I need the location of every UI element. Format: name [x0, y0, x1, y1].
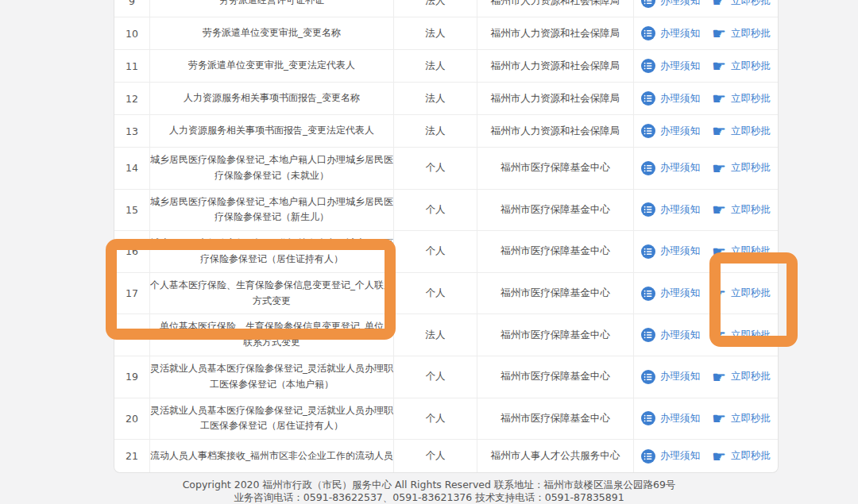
notice-button[interactable]: 办理须知 [641, 244, 700, 259]
table-row: 9 劳务派遣经营许可证补证 法人 福州市人力资源和社会保障局 办理须知 ☛ 立即… [114, 0, 778, 17]
department-name: 福州市人力资源和社会保障局 [477, 17, 634, 49]
services-table: 9 劳务派遣经营许可证补证 法人 福州市人力资源和社会保障局 办理须知 ☛ 立即… [114, 0, 779, 473]
actions-cell: 办理须知 ☛ 立即秒批 [634, 148, 778, 189]
row-number: 14 [114, 148, 150, 189]
department-name: 福州市医疗保障基金中心 [477, 231, 634, 272]
applicant-type: 个人 [394, 398, 477, 440]
row-number: 10 [114, 17, 150, 49]
notice-button-label: 办理须知 [660, 329, 700, 342]
row-number: 15 [114, 190, 150, 231]
notice-button[interactable]: 办理须知 [641, 124, 700, 138]
pointing-hand-icon: ☛ [712, 28, 726, 39]
notice-button[interactable]: 办理须知 [641, 59, 700, 73]
approve-button[interactable]: ☛ 立即秒批 [712, 161, 771, 175]
notice-button-label: 办理须知 [660, 449, 700, 463]
service-name: 劳务派遣单位变更审批_变更名称 [150, 17, 394, 49]
approve-button[interactable]: ☛ 立即秒批 [712, 125, 771, 138]
row-number: 19 [114, 356, 150, 398]
applicant-type: 法人 [394, 314, 477, 356]
department-name: 福州市人力资源和社会保障局 [477, 83, 634, 114]
department-name: 福州市人力资源和社会保障局 [477, 115, 634, 147]
actions-cell: 办理须知 ☛ 立即秒批 [634, 17, 778, 49]
notice-button[interactable]: 办理须知 [641, 91, 700, 106]
annotation-highlight-approve-button [709, 252, 798, 347]
service-name: 人力资源服务相关事项书面报告_变更名称 [150, 83, 394, 114]
table-row: 19 灵活就业人员基本医疗保险参保登记_灵活就业人员办理职工医保参保登记（本地户… [114, 356, 778, 398]
notice-button-label: 办理须知 [660, 287, 700, 300]
applicant-type: 法人 [394, 83, 477, 114]
row-number: 13 [114, 115, 150, 147]
applicant-type: 法人 [394, 115, 477, 147]
footer-copyright: Copyright 2020 福州市行政（市民）服务中心 All Rights … [0, 479, 858, 491]
notice-button[interactable]: 办理须知 [641, 287, 700, 301]
approve-button[interactable]: ☛ 立即秒批 [712, 370, 771, 383]
approve-button-label: 立即秒批 [731, 27, 771, 40]
actions-cell: 办理须知 ☛ 立即秒批 [634, 0, 778, 17]
services-table-body: 9 劳务派遣经营许可证补证 法人 福州市人力资源和社会保障局 办理须知 ☛ 立即… [114, 0, 778, 472]
actions-cell: 办理须知 ☛ 立即秒批 [634, 83, 778, 114]
checklist-circle-icon [641, 328, 655, 342]
approve-button[interactable]: ☛ 立即秒批 [712, 449, 771, 463]
footer: Copyright 2020 福州市行政（市民）服务中心 All Rights … [0, 479, 858, 504]
annotation-highlight-row-17 [106, 239, 396, 340]
notice-button-label: 办理须知 [660, 412, 700, 425]
row-number: 12 [114, 83, 150, 114]
service-name: 流动人员人事档案接收_福州市区非公企业工作的流动人员 [150, 440, 394, 472]
approve-button-label: 立即秒批 [731, 161, 771, 175]
notice-button[interactable]: 办理须知 [641, 370, 700, 384]
notice-button[interactable]: 办理须知 [641, 411, 700, 425]
department-name: 福州市医疗保障基金中心 [477, 398, 634, 440]
approve-button-label: 立即秒批 [731, 370, 771, 383]
applicant-type: 个人 [394, 356, 477, 398]
applicant-type: 个人 [394, 231, 477, 272]
applicant-type: 个人 [394, 273, 477, 314]
checklist-circle-icon [641, 161, 655, 175]
checklist-circle-icon [641, 0, 655, 8]
notice-button[interactable]: 办理须知 [641, 449, 700, 464]
approve-button[interactable]: ☛ 立即秒批 [712, 412, 771, 425]
approve-button[interactable]: ☛ 立即秒批 [712, 60, 771, 73]
applicant-type: 个人 [394, 148, 477, 189]
checklist-circle-icon [641, 26, 655, 40]
approve-button[interactable]: ☛ 立即秒批 [712, 0, 771, 8]
actions-cell: 办理须知 ☛ 立即秒批 [634, 50, 778, 82]
row-number: 9 [114, 0, 150, 17]
row-number: 20 [114, 398, 150, 440]
approve-button-label: 立即秒批 [731, 0, 771, 8]
service-name: 灵活就业人员基本医疗保险参保登记_灵活就业人员办理职工医保参保登记（居住证持有人… [150, 398, 394, 440]
applicant-type: 个人 [394, 190, 477, 231]
department-name: 福州市人力资源和社会保障局 [477, 50, 634, 82]
row-number: 11 [114, 50, 150, 82]
department-name: 福州市医疗保障基金中心 [477, 273, 634, 314]
approve-button-label: 立即秒批 [731, 412, 771, 425]
pointing-hand-icon: ☛ [712, 163, 726, 174]
department-name: 福州市人力资源和社会保障局 [477, 0, 634, 17]
pointing-hand-icon: ☛ [712, 60, 726, 71]
notice-button[interactable]: 办理须知 [641, 26, 700, 40]
pointing-hand-icon: ☛ [712, 413, 726, 424]
actions-cell: 办理须知 ☛ 立即秒批 [634, 440, 778, 472]
approve-button-label: 立即秒批 [731, 203, 771, 217]
notice-button[interactable]: 办理须知 [641, 202, 700, 217]
notice-button-label: 办理须知 [660, 27, 700, 40]
pointing-hand-icon: ☛ [712, 371, 726, 383]
applicant-type: 个人 [394, 440, 477, 472]
notice-button-label: 办理须知 [660, 370, 700, 383]
applicant-type: 法人 [394, 17, 477, 49]
notice-button-label: 办理须知 [660, 0, 700, 8]
service-name: 人力资源服务相关事项书面报告_变更法定代表人 [150, 115, 394, 147]
approve-button[interactable]: ☛ 立即秒批 [712, 27, 771, 40]
notice-button[interactable]: 办理须知 [641, 328, 700, 342]
notice-button[interactable]: 办理须知 [641, 161, 700, 175]
pointing-hand-icon: ☛ [712, 451, 726, 462]
approve-button[interactable]: ☛ 立即秒批 [712, 203, 771, 217]
approve-button-label: 立即秒批 [731, 449, 771, 463]
table-row: 13 人力资源服务相关事项书面报告_变更法定代表人 法人 福州市人力资源和社会保… [114, 115, 778, 148]
notice-button-label: 办理须知 [660, 203, 700, 217]
notice-button-label: 办理须知 [660, 161, 700, 175]
approve-button[interactable]: ☛ 立即秒批 [712, 92, 771, 106]
actions-cell: 办理须知 ☛ 立即秒批 [634, 115, 778, 147]
notice-button[interactable]: 办理须知 [641, 0, 700, 8]
checklist-circle-icon [641, 370, 655, 384]
approve-button-label: 立即秒批 [731, 125, 771, 138]
